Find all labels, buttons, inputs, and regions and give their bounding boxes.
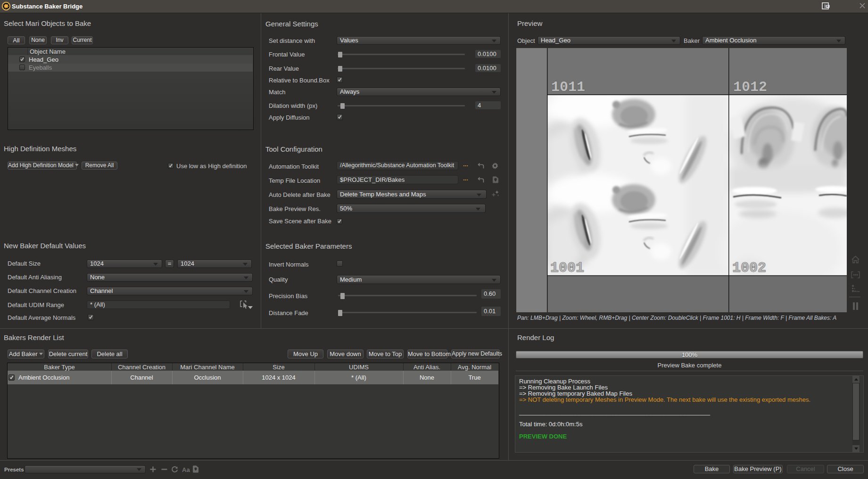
svg-text:1001: 1001: [550, 260, 584, 276]
svg-text:1011: 1011: [551, 79, 585, 95]
svg-text:1012: 1012: [733, 79, 767, 95]
svg-text:1002: 1002: [732, 260, 766, 276]
